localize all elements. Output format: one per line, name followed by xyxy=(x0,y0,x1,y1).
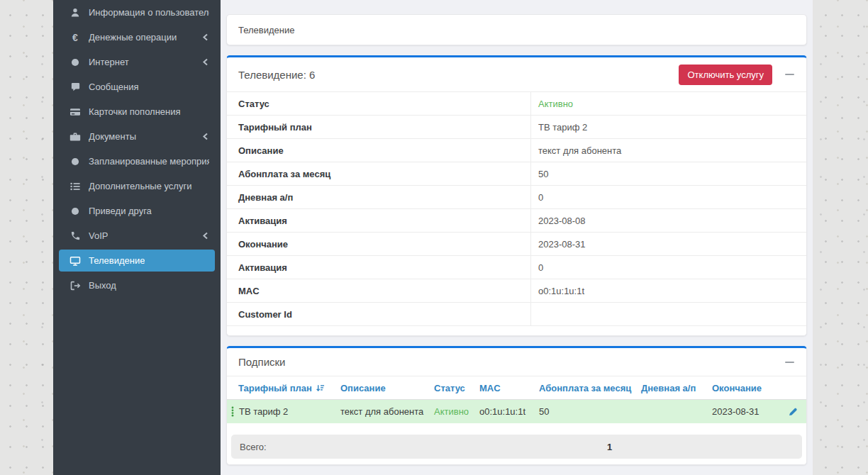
detail-value: 50 xyxy=(530,162,806,185)
sidebar-item-label: Интернет xyxy=(89,57,129,67)
sidebar-item-label: Запланированные мероприят xyxy=(89,156,209,167)
sidebar-item-refer-friend[interactable]: Приведи друга xyxy=(53,199,221,223)
edit-cell xyxy=(781,406,806,417)
sidebar-item-messages[interactable]: Сообщения xyxy=(53,74,221,99)
card-bottom-padding xyxy=(227,326,806,335)
sidebar-item-money-operations[interactable]: € Денежные операции xyxy=(53,25,221,50)
chevron-left-icon xyxy=(201,33,209,42)
sidebar: Информация о пользователе € Денежные опе… xyxy=(53,0,221,475)
detail-value: 0 xyxy=(530,186,806,208)
sidebar-item-internet[interactable]: Интернет xyxy=(53,50,221,74)
sidebar-item-label: Дополнительные услуги xyxy=(89,181,191,191)
detail-value: 2023-08-08 xyxy=(530,209,806,232)
detail-label: Тарифный план xyxy=(227,116,530,138)
chevron-left-icon xyxy=(201,231,209,240)
column-header-status[interactable]: Статус xyxy=(434,383,479,393)
edit-pencil-icon[interactable] xyxy=(788,406,799,417)
briefcase-icon xyxy=(69,131,82,142)
sidebar-item-label: Денежные операции xyxy=(89,32,177,43)
sidebar-item-label: Выход xyxy=(89,280,116,291)
sidebar-item-planned-events[interactable]: Запланированные мероприят xyxy=(53,149,221,174)
breadcrumb-label: Телевидение xyxy=(238,25,294,35)
sidebar-item-label: Телевидение xyxy=(89,255,145,266)
detail-label: Активация xyxy=(227,209,530,232)
main-content: Телевидение Телевидение: 6 Отключить усл… xyxy=(221,0,813,475)
detail-value: 2023-08-31 xyxy=(530,233,806,255)
subscriptions-card: Подписки Тарифный план Описание Статус M… xyxy=(226,346,807,465)
detail-value-status: Активно xyxy=(530,92,806,115)
table-row: Активация 0 xyxy=(227,256,806,279)
television-service-card: Телевидение: 6 Отключить услугу Статус А… xyxy=(226,55,807,336)
sidebar-item-label: Приведи друга xyxy=(89,206,152,216)
sidebar-item-television[interactable]: Телевидение xyxy=(59,250,215,272)
user-icon xyxy=(69,7,82,18)
list-icon xyxy=(69,181,82,192)
chevron-left-icon xyxy=(201,132,209,141)
subscriptions-card-header: Подписки xyxy=(227,348,806,376)
subscription-end-date: 2023-08-31 xyxy=(712,406,781,417)
detail-label: Customer Id xyxy=(227,303,530,325)
column-header-monthly-fee[interactable]: Абонплата за месяц xyxy=(539,383,641,393)
chevron-left-icon xyxy=(201,57,209,67)
total-label: Всего: xyxy=(240,442,267,452)
table-row: Окончание 2023-08-31 xyxy=(227,233,806,256)
table-row: Тарифный план ТВ тариф 2 xyxy=(227,116,806,139)
column-header-plan[interactable]: Тарифный план xyxy=(238,383,340,393)
subscriptions-footer: Всего: 1 xyxy=(231,435,802,459)
sidebar-item-additional-services[interactable]: Дополнительные услуги xyxy=(53,174,221,199)
service-card-header: Телевидение: 6 Отключить услугу xyxy=(227,57,806,91)
table-row: Описание текст для абонента xyxy=(227,139,806,162)
subscriptions-table-header: Тарифный план Описание Статус MAC Абонпл… xyxy=(227,376,806,399)
sidebar-item-label: Сообщения xyxy=(89,82,139,92)
table-row: Активация 2023-08-08 xyxy=(227,209,806,233)
circle-icon xyxy=(69,206,82,216)
refill-card-icon xyxy=(69,106,82,118)
detail-label: Активация xyxy=(227,256,530,279)
screen: Информация о пользователе € Денежные опе… xyxy=(0,0,868,475)
service-details-table: Статус Активно Тарифный план ТВ тариф 2 … xyxy=(227,91,806,326)
subscription-status: Активно xyxy=(434,406,479,417)
detail-label: Дневная а/п xyxy=(227,186,530,208)
column-header-description[interactable]: Описание xyxy=(340,383,434,393)
sidebar-item-user-info[interactable]: Информация о пользователе xyxy=(53,0,221,25)
detail-value: текст для абонента xyxy=(530,139,806,162)
sidebar-item-refill-cards[interactable]: Карточки пополнения xyxy=(53,99,221,124)
plan-cell: ТВ тариф 2 xyxy=(231,406,340,417)
subscriptions-actions xyxy=(784,357,795,368)
table-row: Статус Активно xyxy=(227,92,806,116)
subscription-monthly-fee: 50 xyxy=(539,406,641,417)
subscriptions-title: Подписки xyxy=(238,356,286,368)
subscription-mac: o0:1u:1u:1t xyxy=(479,406,539,417)
card-bottom-padding xyxy=(227,459,806,464)
detail-label: Абонплата за месяц xyxy=(227,162,530,185)
column-header-end-date[interactable]: Окончание xyxy=(712,383,781,393)
tv-icon xyxy=(69,255,82,267)
total-value: 1 xyxy=(607,442,612,452)
sidebar-item-label: VoIP xyxy=(89,230,108,241)
sidebar-item-label: Информация о пользователе xyxy=(89,7,209,18)
disable-service-button[interactable]: Отключить услугу xyxy=(679,65,772,85)
service-card-title: Телевидение: 6 xyxy=(238,69,315,81)
detail-label: Описание xyxy=(227,139,530,162)
subscription-row: ТВ тариф 2 текст для абонента Активно o0… xyxy=(227,399,806,423)
column-header-mac[interactable]: MAC xyxy=(479,383,539,393)
sidebar-item-logout[interactable]: Выход xyxy=(53,273,221,298)
table-row: Абонплата за месяц 50 xyxy=(227,162,806,186)
logout-icon xyxy=(69,280,82,291)
drag-handle-icon[interactable] xyxy=(231,406,234,417)
sidebar-item-label: Документы xyxy=(89,131,136,142)
detail-label: MAC xyxy=(227,279,530,302)
table-row: MAC o0:1u:1u:1t xyxy=(227,279,806,303)
sidebar-item-documents[interactable]: Документы xyxy=(53,124,221,149)
circle-icon xyxy=(69,57,82,67)
collapse-icon[interactable] xyxy=(784,357,795,368)
breadcrumb: Телевидение xyxy=(226,14,807,45)
sidebar-item-label: Карточки пополнения xyxy=(89,106,181,117)
column-header-daily-fee[interactable]: Дневная а/п xyxy=(641,383,712,393)
euro-icon: € xyxy=(69,33,82,43)
detail-value: 0 xyxy=(530,256,806,279)
collapse-icon[interactable] xyxy=(784,69,795,80)
sidebar-item-voip[interactable]: VoIP xyxy=(53,223,221,248)
table-row: Дневная а/п 0 xyxy=(227,186,806,209)
subscription-plan: ТВ тариф 2 xyxy=(239,406,288,417)
